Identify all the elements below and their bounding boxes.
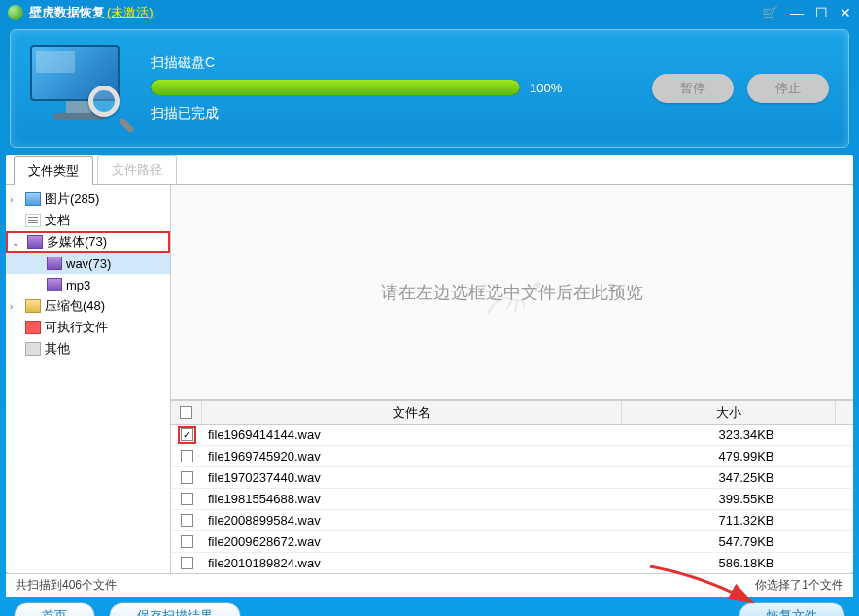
category-tree[interactable]: ›图片(285)文档⌄多媒体(73)wav(73)mp3›压缩包(48)可执行文… [6, 185, 171, 573]
cell-filename: file1981554688.wav [202, 492, 639, 506]
main-area: 文件类型 文件路径 ›图片(285)文档⌄多媒体(73)wav(73)mp3›压… [6, 155, 853, 573]
tree-item-label: 文档 [45, 212, 70, 229]
activation-status-link[interactable]: (未激活) [107, 4, 154, 21]
svg-point-0 [535, 282, 541, 288]
tree-toggle-icon[interactable]: › [10, 301, 21, 312]
tree-item[interactable]: ›图片(285) [6, 188, 170, 210]
tree-item[interactable]: 可执行文件 [6, 317, 170, 338]
cell-size: 586.18KB [639, 556, 853, 570]
cell-size: 347.25KB [639, 470, 853, 485]
scan-progress-fill [151, 80, 520, 95]
category-icon [47, 278, 62, 291]
cell-filename: file1970237440.wav [202, 470, 639, 485]
scan-done-label: 扫描已完成 [151, 105, 633, 122]
table-row[interactable]: file2009628672.wav547.79KB [171, 531, 853, 553]
gecko-watermark-icon [478, 275, 546, 328]
titlebar: 壁虎数据恢复 (未激活) 🛒 — ☐ ✕ [0, 0, 859, 25]
app-title: 壁虎数据恢复 [29, 4, 105, 21]
category-icon [25, 192, 41, 206]
maximize-button[interactable]: ☐ [815, 5, 828, 20]
magnifier-icon [88, 86, 133, 130]
cell-filename: file2008899584.wav [202, 513, 639, 528]
category-icon [47, 257, 62, 270]
file-table-body[interactable]: file1969414144.wav323.34KBfile1969745920… [171, 425, 853, 573]
recover-files-button[interactable]: 恢复文件 [739, 602, 845, 616]
tabs-row: 文件类型 文件路径 [6, 155, 853, 185]
tree-item[interactable]: wav(73) [6, 253, 170, 274]
tree-item-label: 可执行文件 [45, 319, 108, 336]
tree-item[interactable]: ›压缩包(48) [6, 295, 170, 317]
status-scanned-count: 共扫描到406个文件 [16, 577, 117, 594]
status-bar: 共扫描到406个文件 你选择了1个文件 [6, 573, 853, 597]
select-all-checkbox[interactable] [180, 406, 192, 419]
tree-item-label: wav(73) [66, 257, 111, 271]
cell-filename: file1969745920.wav [202, 449, 639, 463]
home-button[interactable]: 首页 [14, 602, 95, 616]
cell-size: 399.55KB [639, 492, 853, 506]
scan-progress-percent: 100% [530, 81, 562, 95]
tree-item-label: 图片(285) [45, 190, 99, 208]
category-icon [25, 214, 41, 227]
monitor-scan-icon [30, 45, 127, 132]
cell-size: 323.34KB [639, 428, 853, 442]
table-row[interactable]: file2008899584.wav711.32KB [171, 510, 853, 531]
category-icon [25, 342, 41, 356]
table-row[interactable]: file1981554688.wav399.55KB [171, 489, 853, 510]
category-icon [25, 299, 41, 313]
table-row[interactable]: file1970237440.wav347.25KB [171, 467, 853, 489]
status-selected-count: 你选择了1个文件 [755, 577, 843, 594]
cell-size: 547.79KB [639, 534, 853, 549]
row-checkbox[interactable] [181, 450, 193, 462]
cell-filename: file2010189824.wav [202, 556, 639, 570]
table-row[interactable]: file1969745920.wav479.99KB [171, 446, 853, 467]
tree-item-label: mp3 [66, 278, 90, 292]
row-checkbox[interactable] [181, 535, 193, 548]
tree-item[interactable]: ⌄多媒体(73) [6, 231, 170, 253]
col-header-filename[interactable]: 文件名 [202, 401, 622, 424]
tree-toggle-icon[interactable]: › [10, 194, 21, 205]
app-logo-icon [8, 5, 23, 20]
tree-item-label: 压缩包(48) [45, 297, 105, 315]
file-table: 文件名 大小 file1969414144.wav323.34KBfile196… [171, 400, 853, 573]
scan-disk-label: 扫描磁盘C [151, 54, 633, 72]
cell-filename: file1969414144.wav [202, 428, 639, 442]
tree-item-label: 多媒体(73) [47, 233, 107, 251]
cell-size: 479.99KB [639, 449, 853, 463]
tree-toggle-icon[interactable]: ⌄ [12, 237, 23, 248]
row-checkbox[interactable] [181, 514, 193, 527]
window-controls: 🛒 — ☐ ✕ [762, 5, 851, 20]
scan-progress-bar [151, 80, 520, 95]
tree-item[interactable]: 其他 [6, 338, 170, 359]
tree-item[interactable]: mp3 [6, 274, 170, 295]
row-checkbox[interactable] [181, 493, 193, 505]
tree-item-label: 其他 [45, 340, 70, 358]
tab-file-type[interactable]: 文件类型 [14, 156, 93, 185]
col-header-size[interactable]: 大小 [622, 401, 836, 424]
save-scan-button[interactable]: 保存扫描结果 [109, 602, 241, 616]
pause-button[interactable]: 暂停 [652, 74, 734, 103]
row-checkbox[interactable] [181, 471, 193, 484]
table-row[interactable]: file2010189824.wav586.18KB [171, 553, 853, 573]
close-button[interactable]: ✕ [840, 5, 851, 20]
scan-header-panel: 扫描磁盘C 100% 扫描已完成 暂停 停止 [10, 29, 849, 148]
row-checkbox[interactable] [181, 428, 193, 441]
category-icon [25, 321, 41, 334]
cell-filename: file2009628672.wav [202, 534, 639, 549]
cart-icon[interactable]: 🛒 [762, 5, 778, 20]
tree-item[interactable]: 文档 [6, 210, 170, 231]
row-checkbox[interactable] [181, 557, 193, 569]
tab-file-path[interactable]: 文件路径 [97, 155, 177, 184]
cell-size: 711.32KB [639, 513, 853, 528]
table-row[interactable]: file1969414144.wav323.34KB [171, 425, 853, 446]
minimize-button[interactable]: — [790, 5, 804, 20]
preview-area: 请在左边选框选中文件后在此预览 [171, 185, 853, 400]
category-icon [27, 235, 43, 249]
footer: 首页 保存扫描结果 恢复文件 [0, 597, 859, 616]
stop-button[interactable]: 停止 [747, 74, 829, 103]
